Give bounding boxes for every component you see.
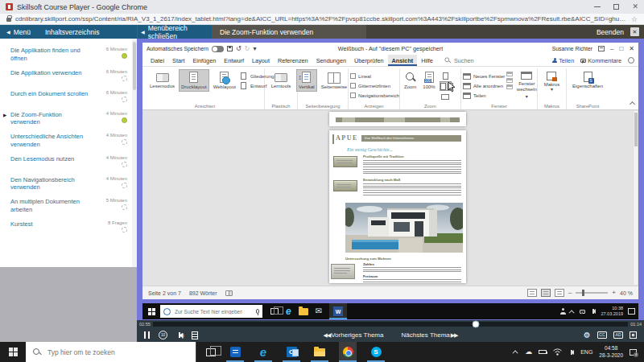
- ribbon-tab-einfgen[interactable]: Einfügen: [188, 55, 220, 66]
- properties-button[interactable]: Eigenschaften: [570, 69, 605, 91]
- ribbon-tab-entwurf[interactable]: Entwurf: [220, 55, 248, 66]
- redo-icon[interactable]: ↻: [245, 45, 250, 53]
- skype-taskbar-button[interactable]: S: [367, 342, 385, 362]
- zoom-100-button[interactable]: 100%: [420, 69, 437, 92]
- reset-window-position-icon[interactable]: [506, 84, 513, 89]
- zoom-slider[interactable]: [576, 292, 608, 294]
- wifi-icon[interactable]: [553, 348, 562, 356]
- autosave-toggle[interactable]: [212, 46, 224, 52]
- page-width-button[interactable]: [440, 92, 452, 101]
- side-to-side-button[interactable]: Seitenweise: [319, 69, 349, 92]
- toc-item[interactable]: Den Lesemodus nutzen4 Minuten: [2, 152, 135, 173]
- os-start-button[interactable]: [0, 348, 26, 356]
- save-icon[interactable]: [227, 46, 233, 51]
- exit-button[interactable]: Beenden: [597, 28, 624, 36]
- page-indicator[interactable]: Seite 2 von 7: [148, 290, 181, 296]
- ribbon-tab-datei[interactable]: Datei: [147, 55, 168, 66]
- hidden-icons-chevron[interactable]: [513, 350, 518, 356]
- previous-topic-button[interactable]: ◀◀ Vorheriges Thema: [324, 331, 384, 339]
- view-side-by-side-icon[interactable]: [506, 72, 513, 76]
- fullscreen-icon[interactable]: [630, 331, 637, 339]
- new-window-button[interactable]: Neues Fenster: [463, 72, 505, 80]
- menu-button[interactable]: Menü: [14, 28, 31, 36]
- toc-item[interactable]: Kurstest8 Fragen: [2, 217, 135, 238]
- sim-search-box[interactable]: [160, 305, 262, 318]
- onedrive-cloud-icon[interactable]: ☁: [525, 348, 532, 356]
- ribbon-tab-referenzen[interactable]: Referenzen: [274, 55, 312, 66]
- ribbon-tab-sendungen[interactable]: Sendungen: [312, 55, 350, 66]
- toc-item[interactable]: Die Applikation verwenden6 Minuten: [2, 66, 135, 87]
- pause-button[interactable]: [144, 331, 150, 339]
- learning-tools-button[interactable]: Lerntools: [269, 69, 294, 91]
- speaker-icon[interactable]: [568, 350, 574, 355]
- replay-10-button[interactable]: 10: [159, 331, 167, 339]
- language-indicator[interactable]: ENG: [580, 349, 592, 355]
- toc-item[interactable]: ▶Die Zoom-Funktion verwenden4 Minuten: [2, 108, 135, 130]
- close-icon[interactable]: ✕: [632, 3, 638, 10]
- read-mode-button[interactable]: Lesemodus: [147, 69, 177, 91]
- os-search-box[interactable]: [26, 342, 196, 362]
- settings-gear-icon[interactable]: ⚙: [584, 331, 591, 339]
- maximize-icon[interactable]: [613, 4, 619, 10]
- minimize-icon[interactable]: [594, 6, 601, 7]
- network-chat-icon[interactable]: [580, 310, 585, 314]
- hidden-icons-chevron[interactable]: [569, 310, 575, 315]
- word-maximize-icon[interactable]: □: [619, 45, 623, 53]
- undo-icon[interactable]: ↺: [236, 45, 242, 53]
- comments-button[interactable]: Kommentare: [580, 57, 621, 64]
- split-button[interactable]: Teilen: [463, 91, 505, 100]
- one-page-button[interactable]: [440, 71, 452, 80]
- toc-item[interactable]: Den Navigationsbereich verwenden4 Minute…: [2, 173, 135, 195]
- progress-track[interactable]: [153, 322, 628, 327]
- checkbox-lineal[interactable]: Lineal: [350, 72, 399, 80]
- feedback-smiley-icon[interactable]: [628, 57, 634, 64]
- transcript-button[interactable]: [192, 331, 198, 339]
- collapse-ribbon-icon[interactable]: [630, 101, 635, 107]
- web-layout-view-icon[interactable]: [555, 289, 564, 297]
- exit-close-icon[interactable]: ✕: [630, 27, 639, 36]
- macros-button[interactable]: Makros ▾: [542, 69, 563, 93]
- toc-item[interactable]: Die Applikation finden und öffnen6 Minut…: [2, 43, 135, 66]
- padlock-icon[interactable]: [6, 18, 11, 22]
- word-taskbar-button[interactable]: W: [329, 303, 347, 319]
- collapse-menu-button[interactable]: ◀ Menübereich schließen: [137, 25, 212, 39]
- volume-button[interactable]: [176, 333, 183, 338]
- url-text[interactable]: cdnlibrary.skillport.com/ssp/Content/ria…: [15, 15, 627, 23]
- ribbon-tab-berprfen[interactable]: Überprüfen: [350, 55, 388, 66]
- word-close-icon[interactable]: ✕: [629, 45, 634, 53]
- word-count[interactable]: 892 Wörter: [189, 290, 217, 296]
- document-scrollbar[interactable]: [633, 111, 638, 285]
- notes-app-taskbar-button[interactable]: [226, 342, 244, 362]
- audio-description-button[interactable]: AD: [613, 331, 623, 339]
- mail-icon[interactable]: ✉: [316, 307, 322, 315]
- sim-start-button[interactable]: [142, 308, 160, 315]
- active-topic-tab[interactable]: Die Zoom-Funktion verwenden: [212, 25, 366, 39]
- toc-item[interactable]: Unterschiedliche Ansichten verwenden4 Mi…: [2, 130, 135, 152]
- checkbox-navigationsbereich[interactable]: Navigationsbereich: [350, 91, 399, 100]
- document-page-2[interactable]: APUE Das Weißbuch des Unternehmens Ein w…: [329, 130, 466, 283]
- people-icon[interactable]: [559, 308, 566, 315]
- word-search[interactable]: Suchen: [444, 56, 474, 64]
- action-center-icon[interactable]: [628, 308, 635, 315]
- sim-search-input[interactable]: [173, 308, 244, 315]
- quickaccess-dropdown-icon[interactable]: ▾: [253, 45, 256, 53]
- web-layout-button[interactable]: Weblayout: [211, 69, 238, 92]
- arrange-all-button[interactable]: Alle anordnen: [463, 81, 505, 90]
- word-minimize-icon[interactable]: –: [610, 45, 613, 53]
- file-explorer-icon[interactable]: [299, 308, 308, 315]
- closed-captions-button[interactable]: CC: [597, 331, 607, 339]
- task-view-icon[interactable]: [270, 308, 279, 315]
- ribbon-tab-layout[interactable]: Layout: [248, 55, 274, 66]
- read-mode-view-icon[interactable]: [527, 289, 537, 297]
- zoom-percentage[interactable]: 40 %: [620, 290, 633, 296]
- battery-icon[interactable]: [539, 350, 547, 354]
- print-layout-view-icon[interactable]: [541, 289, 551, 297]
- next-topic-button[interactable]: Nächstes Thema ▶▶: [401, 331, 457, 339]
- ribbon-tab-start[interactable]: Start: [168, 55, 188, 66]
- ribbon-display-options-icon[interactable]: [598, 46, 605, 51]
- task-view-icon[interactable]: [206, 348, 216, 356]
- bookmark-star-icon[interactable]: ☆: [631, 15, 638, 23]
- proofing-icon[interactable]: [225, 290, 233, 296]
- ribbon-tab-hilfe[interactable]: Hilfe: [417, 55, 437, 66]
- explorer-taskbar-button[interactable]: [311, 342, 328, 362]
